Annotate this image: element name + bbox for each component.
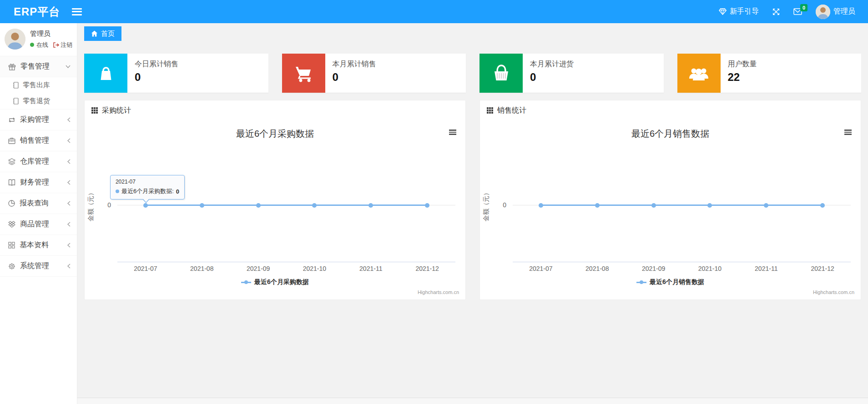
gem-icon bbox=[719, 8, 727, 15]
purchase-stats-panel: 采购统计 最近6个月采购数据 金额（元） 0 2021-07 最近6个月采购数据… bbox=[84, 100, 466, 300]
legend-marker-icon bbox=[636, 280, 646, 284]
tab-bar: 首页 bbox=[77, 23, 868, 43]
sidebar-username: 管理员 bbox=[30, 30, 72, 38]
logout-link[interactable]: 注销 bbox=[53, 41, 72, 49]
chart-context-menu-button[interactable] bbox=[844, 130, 852, 135]
stat-card-value: 22 bbox=[728, 71, 757, 84]
sidebar-item-retail[interactable]: 零售管理 bbox=[0, 56, 77, 77]
sidebar-item-label: 财务管理 bbox=[20, 178, 49, 187]
logout-label: 注销 bbox=[61, 41, 72, 49]
bag-icon bbox=[84, 54, 127, 93]
sales-chart: 最近6个月销售数据 金额（元） 0 最近6个月销售数据 Highcharts.c… bbox=[480, 120, 861, 299]
chart-context-menu-button[interactable] bbox=[449, 130, 456, 135]
chart-tooltip: 2021-07 最近6个月采购数据: 0 bbox=[110, 175, 185, 200]
x-axis-tick-label: 2021-07 bbox=[529, 265, 552, 272]
sidebar-item-reports[interactable]: 报表查询 bbox=[0, 193, 77, 214]
sidebar-item-sales[interactable]: 销售管理 bbox=[0, 130, 77, 151]
sidebar-item-label: 仓库管理 bbox=[20, 157, 49, 166]
sidebar-item-warehouse[interactable]: 仓库管理 bbox=[0, 151, 77, 172]
sidebar-user-block: 管理员 在线 注销 bbox=[0, 23, 77, 56]
sidebar-toggle-icon[interactable] bbox=[72, 8, 82, 15]
gear-icon bbox=[8, 263, 15, 270]
online-status-label: 在线 bbox=[36, 41, 48, 49]
chevron-left-icon bbox=[67, 117, 71, 122]
sidebar-item-system[interactable]: 系统管理 bbox=[0, 256, 77, 277]
x-axis-tick-label: 2021-11 bbox=[755, 265, 777, 272]
stat-card-month-purchase[interactable]: 本月累计进货 0 bbox=[479, 54, 664, 93]
stat-card-label: 用户数量 bbox=[728, 60, 757, 69]
notebook-icon bbox=[13, 82, 19, 89]
app-logo: ERP平台 bbox=[0, 5, 72, 19]
sidebar-item-retail-outbound[interactable]: 零售出库 bbox=[0, 77, 77, 93]
basket-icon bbox=[479, 54, 523, 93]
notebook-icon bbox=[13, 98, 19, 105]
stat-card-today-sales[interactable]: 今日累计销售 0 bbox=[84, 54, 268, 93]
panel-header: 采购统计 bbox=[85, 100, 465, 120]
chart-panels-row: 采购统计 最近6个月采购数据 金额（元） 0 2021-07 最近6个月采购数据… bbox=[77, 93, 868, 300]
sidebar-item-label: 采购管理 bbox=[20, 115, 49, 125]
stat-card-month-sales[interactable]: 本月累计销售 0 bbox=[282, 54, 466, 93]
stat-card-label: 本月累计销售 bbox=[333, 60, 376, 69]
sidebar-item-retail-return[interactable]: 零售退货 bbox=[0, 93, 77, 109]
sync-icon bbox=[8, 117, 15, 123]
sidebar-item-label: 销售管理 bbox=[20, 136, 49, 145]
tooltip-series-label: 最近6个月采购数据: bbox=[121, 187, 174, 195]
chart-legend[interactable]: 最近6个月采购数据 bbox=[85, 278, 465, 286]
stat-card-user-count[interactable]: 用户数量 22 bbox=[677, 54, 862, 93]
avatar bbox=[5, 29, 25, 50]
sales-stats-panel: 销售统计 最近6个月销售数据 金额（元） 0 最近6个月销售数据 Highcha… bbox=[479, 100, 861, 300]
tab-home[interactable]: 首页 bbox=[84, 26, 121, 41]
sidebar-item-label: 基本资料 bbox=[20, 240, 49, 250]
chart-legend[interactable]: 最近6个月销售数据 bbox=[480, 278, 861, 286]
guide-button[interactable]: 新手引导 bbox=[719, 7, 759, 16]
sidebar-menu: 零售管理 零售出库 零售退货 采购管理 bbox=[0, 56, 77, 277]
top-navbar: ERP平台 新手引导 0 管理员 bbox=[0, 0, 868, 23]
sidebar-item-basic-data[interactable]: 基本资料 bbox=[0, 235, 77, 256]
sidebar-item-purchase[interactable]: 采购管理 bbox=[0, 110, 77, 130]
sidebar-item-products[interactable]: 商品管理 bbox=[0, 214, 77, 235]
chevron-left-icon bbox=[67, 159, 71, 164]
purchase-chart: 最近6个月采购数据 金额（元） 0 2021-07 最近6个月采购数据: 0 bbox=[85, 120, 465, 299]
panel-title: 销售统计 bbox=[497, 106, 526, 115]
legend-label: 最近6个月销售数据 bbox=[650, 278, 704, 286]
avatar bbox=[816, 5, 830, 19]
panel-header: 销售统计 bbox=[480, 100, 861, 120]
sidebar-item-label: 零售管理 bbox=[20, 62, 50, 71]
tooltip-arrow bbox=[143, 199, 149, 202]
main-content: 首页 今日累计销售 0 本月累计销售 0 bbox=[77, 23, 868, 404]
gift-icon bbox=[8, 63, 16, 70]
briefcase-icon bbox=[8, 137, 15, 144]
highcharts-credit-link[interactable]: Highcharts.com.cn bbox=[418, 289, 459, 295]
user-menu[interactable]: 管理员 bbox=[816, 5, 855, 19]
fullscreen-button[interactable] bbox=[772, 8, 780, 15]
x-axis-tick-label: 2021-12 bbox=[811, 265, 834, 272]
stat-card-value: 0 bbox=[135, 71, 178, 84]
x-axis-tick-label: 2021-10 bbox=[698, 265, 722, 272]
cart-icon bbox=[282, 54, 325, 93]
chart-title: 最近6个月采购数据 bbox=[85, 128, 465, 140]
sidebar-item-label: 系统管理 bbox=[20, 261, 49, 271]
series-marker-icon bbox=[116, 190, 119, 193]
sidebar: 管理员 在线 注销 零售管理 bbox=[0, 23, 77, 404]
highcharts-credit-link[interactable]: Highcharts.com.cn bbox=[813, 289, 854, 295]
sidebar-item-label: 报表查询 bbox=[20, 199, 49, 208]
sidebar-submenu-retail: 零售出库 零售退货 bbox=[0, 77, 77, 110]
x-axis-tick-label: 2021-08 bbox=[585, 265, 609, 272]
tab-home-label: 首页 bbox=[101, 30, 115, 38]
tooltip-value: 0 bbox=[176, 188, 179, 195]
sidebar-item-label: 零售退货 bbox=[23, 97, 50, 105]
pie-chart-icon bbox=[8, 200, 15, 207]
grid-icon bbox=[8, 242, 15, 249]
x-axis-tick-label: 2021-11 bbox=[359, 265, 382, 272]
stat-card-value: 0 bbox=[333, 71, 376, 84]
chevron-left-icon bbox=[67, 180, 71, 185]
home-icon bbox=[91, 30, 98, 37]
messages-button[interactable]: 0 bbox=[793, 8, 802, 15]
guide-label: 新手引导 bbox=[730, 7, 759, 16]
sidebar-item-label: 商品管理 bbox=[20, 219, 49, 229]
y-axis-label: 金额（元） bbox=[482, 187, 490, 224]
online-dot-icon bbox=[30, 43, 34, 47]
cube-icon bbox=[8, 221, 15, 228]
sidebar-item-finance[interactable]: 财务管理 bbox=[0, 172, 77, 193]
sidebar-item-label: 零售出库 bbox=[23, 81, 50, 90]
